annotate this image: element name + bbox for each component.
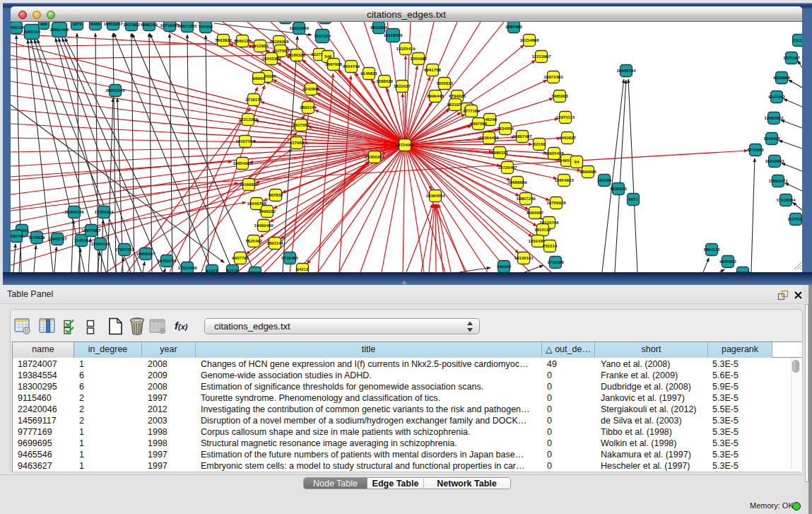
svg-text:11121: 11121 xyxy=(793,37,802,42)
svg-text:5822037: 5822037 xyxy=(394,83,411,88)
svg-text:16671355: 16671355 xyxy=(177,23,197,28)
svg-text:9899695: 9899695 xyxy=(579,169,596,174)
svg-text:10975887: 10975887 xyxy=(81,228,101,233)
svg-text:8427552: 8427552 xyxy=(293,122,310,127)
svg-text:9463627: 9463627 xyxy=(559,135,576,140)
svg-text:3624554: 3624554 xyxy=(497,126,514,131)
svg-text:924506: 924506 xyxy=(736,270,751,272)
svg-text:15720407: 15720407 xyxy=(498,165,517,170)
svg-text:9146821: 9146821 xyxy=(360,71,377,76)
svg-text:1879: 1879 xyxy=(72,22,82,26)
svg-text:10688609: 10688609 xyxy=(507,180,527,185)
svg-text:64: 64 xyxy=(575,159,579,164)
svg-text:10653267: 10653267 xyxy=(103,22,123,26)
svg-text:5938923: 5938923 xyxy=(610,186,627,191)
svg-text:14099489: 14099489 xyxy=(254,223,273,228)
svg-text:2667608: 2667608 xyxy=(325,62,342,66)
svg-text:12093822: 12093822 xyxy=(764,115,784,120)
svg-text:8912954: 8912954 xyxy=(252,43,269,48)
svg-text:9777169: 9777169 xyxy=(463,108,480,113)
svg-text:16648794: 16648794 xyxy=(616,68,636,73)
svg-text:98965: 98965 xyxy=(253,76,266,81)
svg-text:7955812: 7955812 xyxy=(436,81,453,86)
svg-text:10107554: 10107554 xyxy=(235,139,255,144)
svg-text:19218506: 19218506 xyxy=(383,33,403,37)
svg-text:160392: 160392 xyxy=(497,264,512,269)
svg-text:18724007: 18724007 xyxy=(395,142,415,147)
svg-text:12505135: 12505135 xyxy=(90,241,110,246)
svg-text:1733426: 1733426 xyxy=(547,259,564,264)
svg-text:17957253: 17957253 xyxy=(114,247,134,252)
svg-text:1575107: 1575107 xyxy=(783,55,800,60)
svg-text:10756928: 10756928 xyxy=(546,200,566,205)
svg-text:12213967: 12213967 xyxy=(531,54,551,59)
svg-text:16033809: 16033809 xyxy=(289,25,309,30)
svg-text:91471: 91471 xyxy=(206,268,219,272)
svg-text:16154808: 16154808 xyxy=(519,37,539,42)
svg-text:19384554: 19384554 xyxy=(425,193,445,198)
svg-text:14136141: 14136141 xyxy=(514,255,534,260)
svg-text:13325419: 13325419 xyxy=(396,46,416,51)
svg-text:62160: 62160 xyxy=(534,141,546,146)
svg-text:1015112: 1015112 xyxy=(534,227,551,232)
svg-text:9245652: 9245652 xyxy=(719,259,736,264)
svg-text:1167533: 1167533 xyxy=(787,216,802,221)
svg-text:12942737: 12942737 xyxy=(47,236,67,241)
svg-text:1244415: 1244415 xyxy=(763,136,780,141)
svg-text:12323448: 12323448 xyxy=(177,265,197,270)
svg-text:8813054: 8813054 xyxy=(370,25,387,30)
svg-text:16210643: 16210643 xyxy=(765,158,784,163)
svg-text:5716485: 5716485 xyxy=(281,255,298,260)
svg-text:7663822: 7663822 xyxy=(215,37,232,42)
svg-text:17016504: 17016504 xyxy=(776,197,796,202)
svg-text:13654923: 13654923 xyxy=(554,177,574,182)
svg-text:7485003: 7485003 xyxy=(551,93,568,98)
svg-text:20053346: 20053346 xyxy=(105,88,125,93)
svg-text:417006: 417006 xyxy=(290,140,305,145)
svg-text:1527602: 1527602 xyxy=(123,22,140,27)
svg-text:1691144: 1691144 xyxy=(266,240,283,245)
svg-text:83710: 83710 xyxy=(227,268,240,272)
svg-text:9227342: 9227342 xyxy=(768,94,785,99)
svg-text:16543382: 16543382 xyxy=(261,56,281,61)
svg-text:8660124: 8660124 xyxy=(234,38,251,43)
svg-text:18245: 18245 xyxy=(249,270,262,272)
svg-text:20364436: 20364436 xyxy=(479,135,499,140)
svg-text:94213: 94213 xyxy=(297,267,310,271)
svg-text:9242848: 9242848 xyxy=(302,86,319,91)
svg-text:18807249: 18807249 xyxy=(516,196,536,201)
svg-text:10025438: 10025438 xyxy=(544,151,564,156)
svg-text:19654985: 19654985 xyxy=(233,160,252,165)
svg-text:1156829: 1156829 xyxy=(28,235,45,240)
svg-text:164095: 164095 xyxy=(597,177,612,182)
svg-text:2087682: 2087682 xyxy=(505,24,522,29)
svg-text:15692971: 15692971 xyxy=(768,178,788,183)
svg-text:7986322: 7986322 xyxy=(491,150,508,155)
svg-text:10958107: 10958107 xyxy=(136,251,155,256)
svg-text:1364092: 1364092 xyxy=(410,56,427,61)
svg-text:20206536: 20206536 xyxy=(64,209,84,214)
svg-text:8990448: 8990448 xyxy=(427,93,444,98)
svg-text:10719185: 10719185 xyxy=(160,23,180,28)
svg-text:18226058: 18226058 xyxy=(269,39,289,44)
svg-text:8480: 8480 xyxy=(90,22,100,26)
svg-text:2803144: 2803144 xyxy=(300,105,317,110)
svg-text:19166825: 19166825 xyxy=(239,182,259,187)
svg-text:867833: 867833 xyxy=(269,192,283,197)
svg-text:10807487: 10807487 xyxy=(512,134,532,139)
svg-text:25300203: 25300203 xyxy=(365,154,384,159)
svg-text:10973493: 10973493 xyxy=(543,74,563,79)
svg-text:751552: 751552 xyxy=(199,24,213,29)
svg-text:8215955: 8215955 xyxy=(747,147,764,152)
svg-text:39154: 39154 xyxy=(11,233,23,238)
svg-text:7357224: 7357224 xyxy=(314,33,331,38)
svg-text:6794028: 6794028 xyxy=(449,93,466,98)
svg-text:20691406: 20691406 xyxy=(49,27,69,32)
svg-text:12975115: 12975115 xyxy=(556,115,575,119)
svg-text:990: 990 xyxy=(40,22,48,26)
svg-text:2055724: 2055724 xyxy=(23,29,40,34)
svg-text:6961758: 6961758 xyxy=(424,67,441,72)
svg-text:2718176: 2718176 xyxy=(245,97,262,102)
svg-text:9084067: 9084067 xyxy=(526,210,543,215)
svg-text:8454749: 8454749 xyxy=(343,64,360,69)
